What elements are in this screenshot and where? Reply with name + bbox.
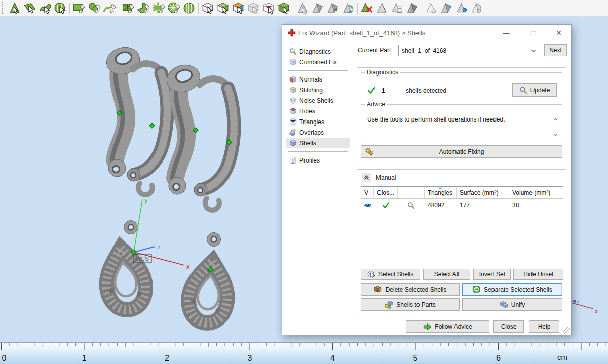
maximize-button[interactable]: ▢ <box>526 25 541 42</box>
corner-axis-x-label: x <box>595 308 598 315</box>
invert-sel-button[interactable]: Invert Sel <box>473 269 511 280</box>
triangle-bend-icon[interactable] <box>310 1 325 16</box>
column-header[interactable]: V <box>361 187 374 198</box>
chevron-down-icon <box>530 48 537 54</box>
cube-select-top-icon[interactable] <box>231 1 246 16</box>
cube-normals-icon <box>289 75 297 83</box>
triangle-orient-icon[interactable] <box>325 1 340 16</box>
mark-disc-icon[interactable] <box>166 1 181 16</box>
delete-selected-shells-button[interactable]: Delete Selected Shells <box>361 283 460 296</box>
update-button[interactable]: Update <box>512 83 557 97</box>
close-button[interactable]: Close <box>493 320 524 333</box>
cube-select-green-icon[interactable] <box>215 1 231 16</box>
wizard-sidebar: DiagnosticsCombined FixNormalsStitchingN… <box>286 44 350 332</box>
sidebar-item-profiles[interactable]: Profiles <box>286 155 350 166</box>
chevrons-up-icon <box>363 174 370 181</box>
visibility-eye-icon[interactable] <box>364 201 372 209</box>
cube-triangles-icon <box>289 118 297 126</box>
scroll-down-icon[interactable] <box>553 132 558 138</box>
cube-cursor-icon <box>367 270 375 278</box>
triangle-outline-icon[interactable] <box>469 1 484 16</box>
cube-select-disabled-icon[interactable] <box>246 1 261 16</box>
unify-cubes-icon <box>500 300 508 309</box>
sidebar-item-shells[interactable]: Shells <box>286 138 350 148</box>
cube-select-inner-icon[interactable] <box>261 1 276 16</box>
mark-curve-icon[interactable] <box>102 1 117 16</box>
triangle-point-icon[interactable] <box>454 1 469 16</box>
cell-surface: 177 <box>457 201 509 209</box>
model-pendant-2[interactable] <box>186 233 232 326</box>
mark-section-icon[interactable] <box>136 1 151 16</box>
magnifier-icon <box>289 48 297 55</box>
collapse-manual-button[interactable] <box>362 173 371 182</box>
sidebar-item-noise-shells[interactable]: Noise Shells <box>286 95 350 106</box>
triangle-copy-icon[interactable] <box>390 1 405 16</box>
column-header[interactable] <box>398 187 425 198</box>
inspect-magnifier-icon[interactable] <box>407 201 415 209</box>
select-all-button[interactable]: Select All <box>423 269 470 280</box>
column-header[interactable]: Surface (mm²) <box>457 187 509 198</box>
magnifier-icon <box>519 86 527 94</box>
triangle-shade-icon[interactable] <box>405 1 420 16</box>
column-header[interactable]: Volume (mm³) <box>509 187 563 198</box>
table-header[interactable]: VClos...TrianglesSurface (mm²)Volume (mm… <box>361 187 563 199</box>
sidebar-item-holes[interactable]: Holes <box>286 106 350 116</box>
toolbar-separator <box>69 3 70 14</box>
help-button[interactable]: Help <box>529 320 559 333</box>
mark-brush-icon[interactable] <box>87 1 102 16</box>
minimize-button[interactable]: — <box>499 25 513 42</box>
dialog-titlebar[interactable]: Fix Wizard (Part: shell_1_of_4168) > She… <box>282 25 571 42</box>
ruler-unit: cm <box>557 353 567 361</box>
table-row[interactable]: 48092 177 38 <box>361 199 563 211</box>
sidebar-item-combined-fix[interactable]: Combined Fix <box>286 57 350 67</box>
mark-star-icon[interactable] <box>151 1 166 16</box>
shells-to-parts-button[interactable]: Shells to Parts <box>361 298 460 311</box>
shells-table[interactable]: VClos...TrianglesSurface (mm²)Volume (mm… <box>361 186 563 267</box>
column-header[interactable]: Clos... <box>374 187 398 198</box>
sort-chevron-icon <box>437 186 443 191</box>
separate-selected-shells-button[interactable]: Separate Selected Shells <box>462 283 562 296</box>
doc-icon <box>289 156 297 164</box>
advice-legend: Advice <box>365 101 387 108</box>
resize-grip[interactable] <box>563 327 570 334</box>
select-shell-icon[interactable] <box>53 1 68 16</box>
triangle-select-icon[interactable] <box>295 1 310 16</box>
sidebar-item-triangles[interactable]: Triangles <box>286 116 350 127</box>
model-pendant-1[interactable] <box>102 221 148 312</box>
mark-shell-slices-icon[interactable] <box>181 1 197 16</box>
sidebar-item-diagnostics[interactable]: Diagnostics <box>286 46 350 57</box>
cube-select-icon[interactable] <box>200 1 215 16</box>
cube-overlaps-icon <box>289 129 297 136</box>
select-triangles-icon[interactable] <box>7 1 22 16</box>
mark-window-icon[interactable] <box>121 1 136 16</box>
current-part-select[interactable]: shell_1_of_4168 <box>398 45 540 56</box>
sidebar-item-stitching[interactable]: Stitching <box>286 85 350 95</box>
model-earring-hook-2[interactable] <box>194 79 234 210</box>
select-plane-icon[interactable] <box>22 1 37 16</box>
ruler-number: 3 <box>248 354 252 362</box>
follow-advice-button[interactable]: Follow Advice <box>406 320 489 333</box>
advice-scrollbar[interactable] <box>552 117 559 138</box>
toolbar-grip[interactable] <box>2 2 5 14</box>
ruler-number: 0 <box>2 354 7 362</box>
unify-button[interactable]: Unify <box>462 298 562 311</box>
triangle-sync-icon[interactable] <box>439 1 454 16</box>
close-window-button[interactable]: ✕ <box>552 25 566 42</box>
sidebar-item-normals[interactable]: Normals <box>286 74 350 85</box>
cube-select-marked-icon[interactable] <box>276 1 291 16</box>
triangle-view-icon[interactable] <box>424 1 439 16</box>
automatic-fixing-button[interactable]: Automatic Fixing <box>361 145 562 158</box>
mark-rectangle-icon[interactable] <box>71 1 87 16</box>
next-button[interactable]: Next <box>544 44 567 56</box>
hide-unsel-button[interactable]: Hide Unsel <box>513 269 563 280</box>
sidebar-item-overlaps[interactable]: Overlaps <box>286 127 350 138</box>
select-surface-icon[interactable] <box>37 1 53 16</box>
triangle-delete-icon[interactable] <box>359 1 374 16</box>
toolbar-separator <box>422 3 422 14</box>
scroll-up-icon[interactable] <box>553 117 558 123</box>
toolbar-separator <box>357 3 358 14</box>
triangle-detach-icon[interactable] <box>374 1 390 16</box>
parts-cubes-icon <box>385 300 393 309</box>
triangle-update-icon[interactable] <box>340 1 356 16</box>
select-shells-button[interactable]: Select Shells <box>361 269 420 280</box>
